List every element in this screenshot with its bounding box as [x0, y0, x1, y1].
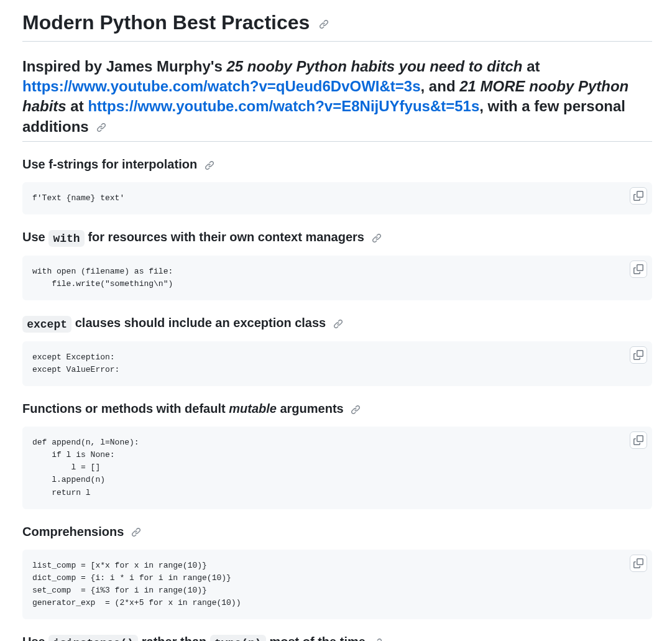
code-content: f'Text {name} text'	[32, 192, 642, 205]
code-block-with: with open (filename) as file: file.write…	[22, 256, 652, 300]
heading-mutable-default: Functions or methods with default mutabl…	[22, 401, 652, 417]
document-root: Modern Python Best Practices Inspired by…	[0, 0, 672, 641]
heading-with: Use with for resources with their own co…	[22, 229, 652, 246]
subtitle-text: at	[67, 98, 88, 114]
code-block-fstrings: f'Text {name} text'	[22, 182, 652, 214]
anchor-link-title[interactable]	[319, 19, 329, 29]
subtitle-em-1: 25 nooby Python habits you need to ditch	[226, 58, 522, 75]
link-icon	[372, 233, 382, 243]
copy-icon	[633, 264, 643, 274]
copy-icon	[633, 350, 643, 360]
heading-text: Use f-strings for interpolation	[22, 157, 197, 171]
link-icon	[372, 638, 382, 641]
anchor-link-comprehensions[interactable]	[131, 527, 141, 537]
anchor-link-with[interactable]	[372, 233, 382, 243]
heading-em: mutable	[229, 402, 277, 415]
anchor-link-mutable-default[interactable]	[351, 405, 361, 415]
page-title-text: Modern Python Best Practices	[22, 11, 310, 34]
copy-icon	[633, 435, 643, 445]
link-icon	[205, 160, 214, 170]
copy-button[interactable]	[630, 431, 647, 449]
heading-text: rather than	[138, 635, 210, 641]
copy-button[interactable]	[630, 346, 647, 364]
code-content: except Exception: except ValueError:	[32, 351, 642, 376]
code-content: list_comp = [x*x for x in range(10)} dic…	[32, 560, 642, 610]
code-content: with open (filename) as file: file.write…	[32, 265, 642, 290]
link-icon	[351, 405, 361, 415]
heading-except: except clauses should include an excepti…	[22, 315, 652, 331]
copy-icon	[633, 558, 643, 568]
copy-button[interactable]	[630, 261, 647, 278]
subtitle-text: at	[523, 58, 540, 75]
heading-text: arguments	[277, 402, 344, 415]
subtitle: Inspired by James Murphy's 25 nooby Pyth…	[22, 57, 652, 142]
link-icon	[131, 527, 141, 537]
code-block-mutable-default: def append(n, l=None): if l is None: l =…	[22, 427, 652, 509]
inline-code-with: with	[48, 230, 85, 247]
heading-text: Use	[22, 635, 48, 641]
anchor-link-except[interactable]	[333, 319, 343, 329]
heading-text: most of the time	[266, 635, 366, 641]
code-block-comprehensions: list_comp = [x*x for x in range(10)} dic…	[22, 550, 652, 620]
anchor-link-isinstance[interactable]	[372, 638, 382, 641]
link-icon	[96, 122, 106, 132]
heading-text: clauses should include an exception clas…	[71, 316, 326, 330]
page-title: Modern Python Best Practices	[22, 10, 652, 42]
copy-button[interactable]	[630, 187, 647, 205]
link-icon	[333, 319, 343, 329]
heading-isinstance: Use isinstance() rather than type(n) mos…	[22, 634, 652, 641]
heading-text: Comprehensions	[22, 525, 124, 538]
anchor-link-subtitle[interactable]	[96, 122, 106, 132]
link-icon	[319, 19, 329, 29]
subtitle-text: Inspired by James Murphy's	[22, 58, 226, 75]
copy-button[interactable]	[630, 555, 647, 572]
heading-text: for resources with their own context man…	[85, 230, 364, 244]
copy-icon	[633, 191, 643, 201]
heading-text: Use	[22, 230, 48, 244]
heading-text: Functions or methods with default	[22, 402, 229, 415]
code-block-except: except Exception: except ValueError:	[22, 341, 652, 386]
heading-comprehensions: Comprehensions	[22, 524, 652, 540]
anchor-link-fstrings[interactable]	[205, 160, 214, 170]
youtube-link-1[interactable]: https://www.youtube.com/watch?v=qUeud6Dv…	[22, 78, 421, 95]
heading-fstrings: Use f-strings for interpolation	[22, 157, 652, 172]
inline-code-except: except	[22, 316, 71, 333]
youtube-link-2[interactable]: https://www.youtube.com/watch?v=E8NijUYf…	[88, 98, 479, 114]
subtitle-text: , and	[421, 78, 460, 95]
inline-code-type: type(n)	[210, 635, 266, 641]
inline-code-isinstance: isinstance()	[48, 635, 138, 641]
code-content: def append(n, l=None): if l is None: l =…	[32, 436, 642, 499]
